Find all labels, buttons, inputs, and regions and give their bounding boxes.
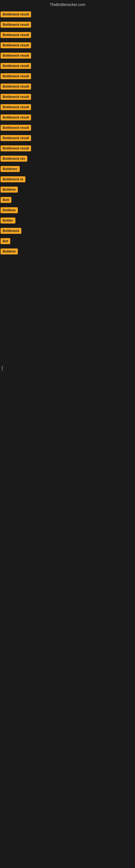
site-header: TheBottlenecker.com bbox=[0, 0, 135, 8]
list-item[interactable]: Bottleneck result bbox=[1, 21, 135, 30]
bottleneck-badge: Bottlene bbox=[1, 187, 18, 193]
list-item[interactable]: Bottlene bbox=[1, 247, 135, 257]
list-item[interactable]: Bottleneck re bbox=[1, 175, 135, 184]
site-title: TheBottlenecker.com bbox=[50, 2, 85, 7]
list-item[interactable]: Bottleneck result bbox=[1, 62, 135, 71]
bottleneck-badge: Bottler bbox=[1, 218, 15, 223]
list-item[interactable]: Bottlene bbox=[1, 206, 135, 215]
bottleneck-badge: Bottleneck result bbox=[1, 32, 31, 38]
bottleneck-badge: Bottleneck result bbox=[1, 115, 31, 120]
list-item[interactable]: Bottleneck result bbox=[1, 103, 135, 112]
bottleneck-badge: Bottleneck result bbox=[1, 42, 31, 48]
list-item[interactable]: Bottleneck result bbox=[1, 72, 135, 82]
list-item[interactable]: Bottleneck result bbox=[1, 10, 135, 20]
list-item[interactable]: Bottleneck result bbox=[1, 124, 135, 133]
bottleneck-badge: Bottleneck result bbox=[1, 73, 31, 79]
bottleneck-badge: Bottleneck result bbox=[1, 94, 31, 100]
items-container: Bottleneck resultBottleneck resultBottle… bbox=[0, 8, 135, 257]
bottleneck-badge: Bottleneck result bbox=[1, 63, 31, 69]
list-item[interactable]: Bottleneck result bbox=[1, 52, 135, 61]
cursor-area: | bbox=[0, 365, 135, 371]
bottleneck-badge: Bottlene bbox=[1, 248, 18, 254]
list-item[interactable]: Bottleneck result bbox=[1, 83, 135, 92]
list-item[interactable]: Bott bbox=[1, 196, 135, 205]
bottleneck-badge: Bottleneck result bbox=[1, 11, 31, 18]
bottleneck-badge: Bottleneck result bbox=[1, 84, 31, 90]
list-item[interactable]: Bottleneck result bbox=[1, 93, 135, 102]
bottleneck-badge: Bot bbox=[1, 238, 10, 244]
list-item[interactable]: Bottlenec bbox=[1, 165, 135, 174]
bottleneck-badge: Bottlenec bbox=[1, 166, 20, 172]
bottleneck-badge: Bottleneck result bbox=[1, 135, 31, 141]
list-item[interactable]: Bottleneck result bbox=[1, 134, 135, 143]
bottleneck-badge: Bottleneck res bbox=[1, 156, 27, 162]
bottleneck-badge: Bottleneck re bbox=[1, 176, 26, 182]
list-item[interactable]: Bottleneck bbox=[1, 227, 135, 236]
bottleneck-badge: Bott bbox=[1, 197, 11, 203]
bottleneck-badge: Bottleneck bbox=[1, 228, 21, 234]
list-item[interactable]: Bottleneck result bbox=[1, 144, 135, 154]
bottleneck-badge: Bottleneck result bbox=[1, 104, 31, 110]
list-item[interactable]: Bot bbox=[1, 237, 135, 246]
list-item[interactable]: Bottleneck result bbox=[1, 113, 135, 123]
list-item[interactable]: Bottleneck result bbox=[1, 41, 135, 51]
bottleneck-badge: Bottleneck result bbox=[1, 53, 31, 59]
list-item[interactable]: Bottleneck res bbox=[1, 155, 135, 164]
bottleneck-badge: Bottleneck result bbox=[1, 125, 31, 131]
list-item[interactable]: Bottlene bbox=[1, 186, 135, 195]
bottleneck-badge: Bottleneck result bbox=[1, 22, 31, 28]
list-item[interactable]: Bottler bbox=[1, 216, 135, 226]
cursor-indicator: | bbox=[2, 365, 3, 371]
bottleneck-badge: Bottlene bbox=[1, 207, 18, 213]
list-item[interactable]: Bottleneck result bbox=[1, 31, 135, 40]
bottleneck-badge: Bottleneck result bbox=[1, 145, 31, 151]
